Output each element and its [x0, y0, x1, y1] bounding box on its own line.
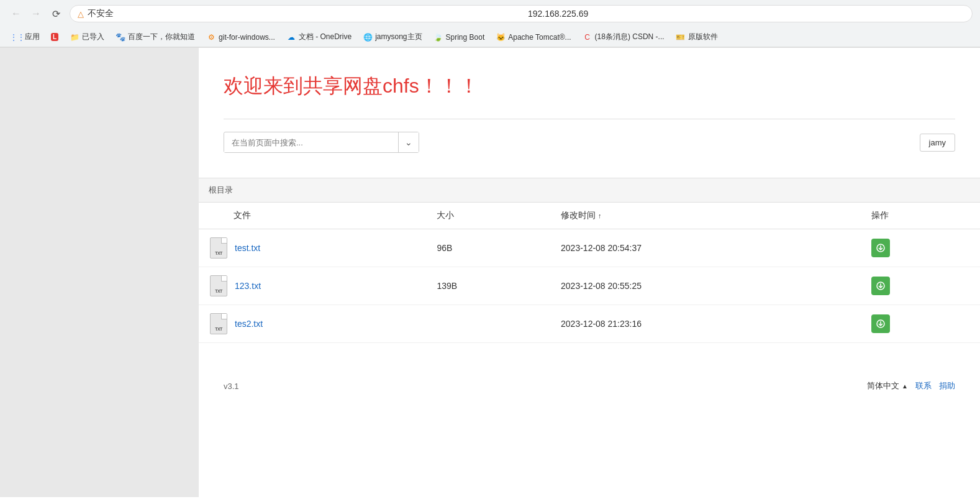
bookmark-apps-label: 应用	[25, 32, 40, 42]
footer: v3.1 简体中文 联系 捐助	[199, 368, 980, 404]
column-file: 文件	[199, 203, 427, 229]
bookmark-apps[interactable]: ⋮⋮ 应用	[7, 30, 45, 44]
section-label: 根目录	[209, 185, 233, 195]
file-size	[427, 305, 551, 343]
language-selector[interactable]: 简体中文	[867, 380, 908, 391]
footer-right: 简体中文 联系 捐助	[867, 380, 955, 391]
bookmark-tomcat[interactable]: 🐱 Apache Tomcat®...	[491, 30, 576, 44]
refresh-button[interactable]: ⟳	[47, 5, 65, 22]
bookmarks-bar: ⋮⋮ 应用 L 📁 已导入 🐾 百度一下，你就知道 ⚙ git-for-wind…	[0, 27, 980, 47]
file-link[interactable]: test.txt	[235, 243, 260, 253]
version-text: v3.1	[224, 382, 239, 391]
file-size: 139B	[427, 267, 551, 305]
file-name-cell: TXT 123.txt	[199, 267, 427, 305]
spring-icon: 🍃	[433, 32, 443, 42]
back-button[interactable]: ←	[7, 5, 25, 22]
bookmark-yuanban-label: 原版软件	[688, 32, 718, 42]
bookmark-csdn[interactable]: C (18条消息) CSDN -...	[578, 30, 669, 44]
donate-link[interactable]: 捐助	[939, 380, 955, 391]
file-action	[861, 305, 980, 343]
file-icon-label: TXT	[215, 251, 222, 255]
jamysong-icon: 🌐	[363, 32, 373, 42]
file-size: 96B	[427, 229, 551, 267]
section-header: 根目录	[199, 178, 980, 203]
download-button[interactable]	[871, 314, 890, 333]
bookmark-git[interactable]: ⚙ git-for-windows...	[201, 30, 280, 44]
bookmark-import[interactable]: 📁 已导入	[65, 30, 109, 44]
bookmark-red[interactable]: L	[46, 31, 63, 43]
divider	[224, 119, 955, 119]
bookmark-yuanban[interactable]: 🎫 原版软件	[671, 30, 723, 44]
column-size: 大小	[427, 203, 551, 229]
file-icon-label: TXT	[215, 327, 222, 331]
download-button[interactable]	[871, 277, 890, 295]
bookmark-git-label: git-for-windows...	[219, 33, 275, 42]
table-row: TXT test.txt 96B 2023-12-08 20:54:37	[199, 229, 980, 267]
file-icon-label: TXT	[215, 289, 222, 293]
bookmark-jamysong[interactable]: 🌐 jamysong主页	[358, 30, 427, 44]
apps-icon: ⋮⋮	[12, 32, 22, 42]
address-bar[interactable]: △ 不安全 192.168.225.69	[70, 5, 973, 22]
file-modified: 2023-12-08 21:23:16	[551, 305, 861, 343]
browser-chrome: ← → ⟳ △ 不安全 192.168.225.69 ⋮⋮ 应用 L 📁 已导入…	[0, 0, 980, 48]
table-header-row: 文件 大小 修改时间 操作	[199, 203, 980, 229]
file-icon: TXT	[209, 313, 229, 335]
file-link[interactable]: 123.txt	[235, 281, 261, 291]
file-table: 文件 大小 修改时间 操作 TXT test.txt 96B	[199, 203, 980, 343]
file-icon: TXT	[209, 275, 229, 297]
user-button[interactable]: jamy	[920, 134, 955, 152]
url-text: 192.168.225.69	[528, 9, 964, 19]
folder-icon: 📁	[70, 32, 79, 42]
file-modified: 2023-12-08 20:55:25	[551, 267, 861, 305]
nav-buttons: ← → ⟳	[7, 5, 65, 22]
csdn-icon: C	[583, 32, 592, 42]
download-button[interactable]	[871, 239, 890, 257]
search-input[interactable]	[224, 133, 398, 152]
bookmark-baidu[interactable]: 🐾 百度一下，你就知道	[111, 30, 200, 44]
onedrive-icon: ☁	[286, 32, 296, 42]
bookmark-onedrive[interactable]: ☁ 文档 - OneDrive	[281, 30, 356, 44]
contact-link[interactable]: 联系	[915, 380, 932, 391]
file-icon-body: TXT	[210, 275, 227, 296]
git-icon: ⚙	[206, 32, 216, 42]
search-row: ⌄ jamy	[224, 132, 955, 153]
forward-button[interactable]: →	[27, 5, 45, 22]
yuanban-icon: 🎫	[676, 32, 686, 42]
content-inner: 欢迎来到共享网盘chfs！！！ ⌄ jamy	[199, 48, 980, 178]
column-modified[interactable]: 修改时间	[551, 203, 861, 229]
page-title: 欢迎来到共享网盘chfs！！！	[224, 73, 955, 100]
file-link[interactable]: tes2.txt	[235, 319, 263, 329]
bookmark-tomcat-label: Apache Tomcat®...	[508, 33, 571, 42]
table-row: TXT tes2.txt 2023-12-08 21:23:16	[199, 305, 980, 343]
bookmark-csdn-label: (18条消息) CSDN -...	[595, 32, 665, 42]
bookmark-spring[interactable]: 🍃 Spring Boot	[429, 30, 490, 44]
baidu-icon: 🐾	[116, 32, 125, 42]
file-name-cell: TXT test.txt	[199, 229, 427, 267]
main-content: 欢迎来到共享网盘chfs！！！ ⌄ jamy 根目录 文件 大小 修改时间	[199, 48, 980, 497]
file-table-body: TXT test.txt 96B 2023-12-08 20:54:37	[199, 229, 980, 343]
bookmark-baidu-label: 百度一下，你就知道	[128, 32, 195, 42]
red-icon: L	[51, 33, 58, 41]
file-name-cell: TXT tes2.txt	[199, 305, 427, 343]
file-action	[861, 229, 980, 267]
bookmark-import-label: 已导入	[82, 32, 104, 42]
search-box: ⌄	[224, 132, 419, 153]
table-header: 文件 大小 修改时间 操作	[199, 203, 980, 229]
browser-toolbar: ← → ⟳ △ 不安全 192.168.225.69	[0, 0, 980, 27]
sidebar	[0, 48, 199, 497]
file-icon-body: TXT	[210, 237, 227, 259]
bookmark-jamysong-label: jamysong主页	[375, 32, 422, 42]
file-icon-body: TXT	[210, 313, 227, 334]
file-action	[861, 267, 980, 305]
table-row: TXT 123.txt 139B 2023-12-08 20:55:25	[199, 267, 980, 305]
tomcat-icon: 🐱	[496, 32, 506, 42]
security-warning-text: 不安全	[88, 8, 524, 19]
bookmark-onedrive-label: 文档 - OneDrive	[299, 32, 352, 42]
security-warning-icon: △	[78, 9, 84, 19]
search-dropdown-button[interactable]: ⌄	[398, 132, 419, 152]
file-modified: 2023-12-08 20:54:37	[551, 229, 861, 267]
file-icon: TXT	[209, 237, 229, 259]
bookmark-spring-label: Spring Boot	[446, 33, 485, 42]
page-wrapper: 欢迎来到共享网盘chfs！！！ ⌄ jamy 根目录 文件 大小 修改时间	[0, 48, 980, 497]
column-action: 操作	[861, 203, 980, 229]
